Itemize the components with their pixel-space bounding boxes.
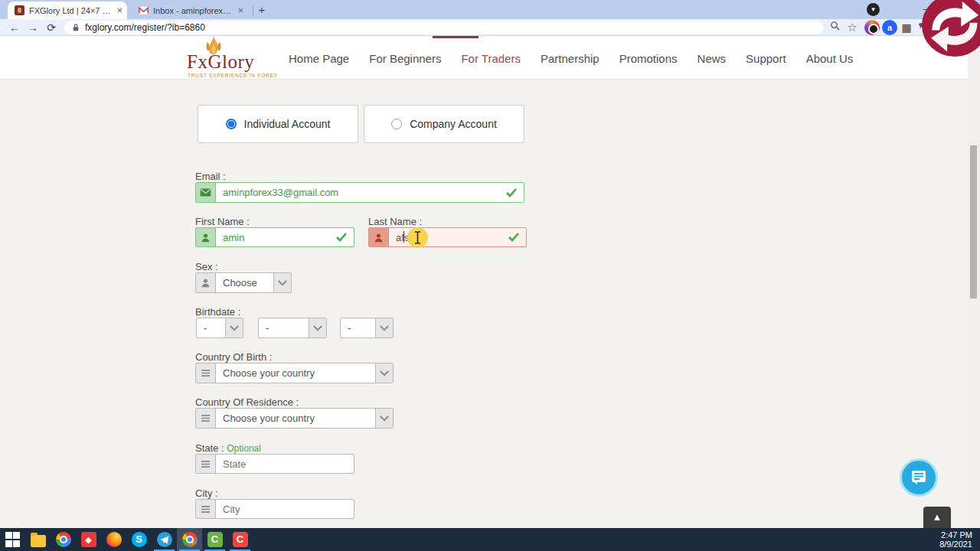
text-caret	[403, 231, 404, 243]
nav-home-page[interactable]: Home Page	[289, 52, 349, 65]
clock-time: 2:47 PM	[939, 530, 972, 540]
tab-gmail-inbox[interactable]: Inbox - aminpforex33@gmail.co ×	[132, 2, 248, 19]
url-text[interactable]: fxglory.com/register/?ib=6860	[85, 22, 205, 33]
first-name-input[interactable]	[216, 232, 354, 243]
nav-partnership[interactable]: Partnership	[541, 52, 599, 65]
logo-tagline: TRUST EXPERIENCE IN FOREX	[188, 73, 278, 78]
live-chat-button[interactable]	[900, 458, 938, 497]
city-input[interactable]	[216, 504, 354, 515]
person-icon	[196, 273, 216, 292]
chrome-button[interactable]	[51, 528, 76, 551]
country-of-birth-dropdown[interactable]: Choose your country	[195, 363, 394, 383]
person-icon	[196, 228, 216, 246]
chrome-profile-button[interactable]: A	[177, 528, 202, 551]
firefox-button[interactable]	[101, 528, 126, 551]
page-scrollbar[interactable]: ▲	[968, 36, 980, 528]
extension-qr-icon[interactable]: ▦	[899, 20, 914, 35]
person-icon	[369, 228, 389, 246]
tab-title: FXGlory Ltd | 24×7 Online Forex	[29, 6, 112, 15]
country-of-birth-value: Choose your country	[223, 367, 315, 379]
chrome-icon	[56, 532, 71, 547]
chevron-down-icon[interactable]	[375, 364, 393, 383]
bookmark-star-icon[interactable]: ☆	[844, 20, 860, 35]
tab-fxglory[interactable]: FXGlory Ltd | 24×7 Online Forex ×	[8, 2, 127, 19]
birthdate-day-value: -	[204, 322, 207, 334]
address-bar[interactable]: fxglory.com/register/?ib=6860	[64, 21, 824, 34]
fxglory-logo[interactable]: FxGlory TRUST EXPERIENCE IN FOREX	[187, 39, 279, 79]
forward-icon[interactable]: →	[24, 20, 41, 35]
last-name-field[interactable]	[368, 227, 527, 247]
new-tab-button[interactable]: +	[254, 2, 270, 18]
zoom-icon[interactable]	[827, 20, 842, 35]
nav-for-beginners[interactable]: For Beginners	[369, 52, 441, 65]
file-explorer-button[interactable]	[25, 528, 51, 551]
first-name-field[interactable]	[195, 227, 354, 247]
sex-dropdown[interactable]: Choose	[195, 272, 292, 293]
list-icon	[196, 500, 216, 518]
gmail-favicon-icon	[139, 5, 149, 15]
start-button[interactable]	[0, 528, 25, 551]
skype-button[interactable]: S	[126, 528, 152, 551]
tab-close-icon[interactable]: ×	[237, 5, 243, 15]
extension-a-icon[interactable]: a	[882, 20, 897, 35]
camtasia-button[interactable]: C	[202, 528, 227, 551]
recorder-watermark-logo	[922, 0, 980, 57]
scrollbar-thumb[interactable]	[970, 145, 977, 298]
browser-toolbar: ← → ⟳ fxglory.com/register/?ib=6860 ☆ a …	[0, 19, 980, 36]
valid-check-icon	[508, 233, 519, 242]
email-input[interactable]	[216, 187, 524, 198]
birthdate-label: Birthdate :	[195, 306, 240, 318]
fxglory-favicon-icon	[15, 5, 24, 15]
chevron-down-icon[interactable]	[273, 273, 291, 292]
media-app-button[interactable]: ◆	[76, 528, 101, 551]
profile-a-badge: A	[188, 537, 196, 546]
nav-promotions[interactable]: Promotions	[619, 52, 678, 65]
nav-support[interactable]: Support	[746, 52, 786, 65]
email-field[interactable]	[195, 182, 524, 203]
tab-close-icon[interactable]: ×	[116, 5, 122, 15]
city-field[interactable]	[195, 499, 354, 519]
chevron-down-icon[interactable]	[309, 318, 326, 337]
birthdate-year-dropdown[interactable]: -	[340, 318, 394, 338]
firefox-icon	[106, 532, 122, 547]
list-icon	[196, 455, 216, 473]
browser-profile-icon[interactable]: ▾	[867, 3, 880, 16]
valid-check-icon	[506, 188, 517, 197]
list-icon	[196, 364, 216, 383]
windows-logo-icon	[5, 532, 21, 547]
birthdate-month-dropdown[interactable]: -	[258, 318, 327, 338]
nav-for-traders[interactable]: For Traders	[461, 52, 521, 65]
lock-icon	[72, 23, 80, 32]
country-of-residence-value: Choose your country	[223, 412, 315, 424]
reload-icon[interactable]: ⟳	[43, 20, 60, 35]
windows-taskbar: ◆ S A C C 2:47 PM 8/9/2021	[0, 528, 980, 551]
company-label: Company Account	[410, 118, 497, 130]
birthdate-day-dropdown[interactable]: -	[196, 318, 243, 338]
sex-value: Choose	[223, 277, 257, 289]
scroll-to-top-button[interactable]: ▲	[923, 507, 951, 528]
individual-radio[interactable]	[226, 119, 237, 129]
taskbar-clock[interactable]: 2:47 PM 8/9/2021	[939, 528, 980, 551]
country-of-birth-label: Country Of Birth :	[195, 351, 272, 363]
individual-account-option[interactable]: Individual Account	[198, 105, 358, 143]
browser-tab-strip: FXGlory Ltd | 24×7 Online Forex × Inbox …	[0, 0, 980, 19]
state-field[interactable]	[195, 454, 354, 474]
chevron-down-icon[interactable]	[375, 409, 393, 428]
back-icon[interactable]: ←	[6, 20, 23, 35]
telegram-button[interactable]	[152, 528, 177, 551]
mouse-cursor-highlight	[407, 227, 428, 248]
sex-label: Sex :	[195, 261, 218, 272]
country-of-residence-dropdown[interactable]: Choose your country	[195, 408, 394, 429]
chevron-down-icon[interactable]	[225, 318, 243, 337]
recorder-button[interactable]: C	[227, 528, 253, 551]
tab-separator	[253, 5, 253, 15]
company-radio[interactable]	[391, 119, 402, 129]
folder-icon	[31, 535, 46, 547]
nav-about-us[interactable]: About Us	[806, 52, 854, 65]
company-account-option[interactable]: Company Account	[364, 105, 524, 143]
state-input[interactable]	[216, 458, 354, 470]
chevron-down-icon[interactable]	[375, 318, 393, 337]
country-of-residence-label: Country Of Residence :	[195, 396, 299, 408]
extension-camera-icon[interactable]	[864, 20, 880, 35]
nav-news[interactable]: News	[697, 52, 727, 65]
